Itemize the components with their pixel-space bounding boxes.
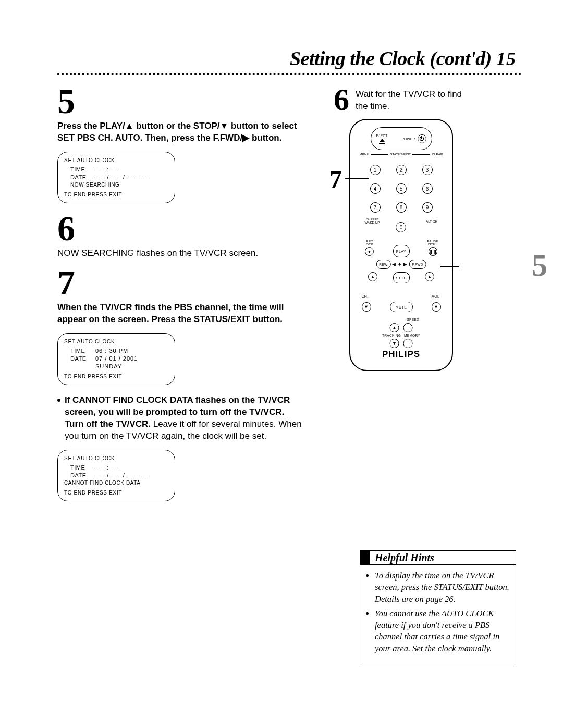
eject-bar-icon: [379, 143, 385, 144]
left-column: 5 Press the PLAY/▲ button or the STOP/▼ …: [57, 85, 318, 511]
step-6-text: NOW SEARCHING flashes on the TV/VCR scre…: [57, 248, 318, 260]
number-pad: 1 2 3 4 5 6 7 8 9: [368, 163, 435, 215]
step-6-right-number: 6: [334, 85, 349, 114]
remote-control-illustration: 7 5 EJECT POWER ⏻: [349, 119, 521, 371]
helpful-hints-header: Helpful Hints: [360, 550, 516, 564]
clear-label: CLEAR: [432, 153, 443, 156]
menu-status-clear-row: MENU STATUS/EXIT CLEAR: [360, 153, 443, 156]
bullet-icon: [57, 399, 60, 402]
osd-c-time-lbl: TIME: [70, 464, 95, 471]
osd-c-footer: TO END PRESS EXIT: [64, 490, 168, 496]
tracking-cluster: SPEED ▲ TRACKING MEMORY ▼: [382, 318, 420, 348]
side-up-left-button[interactable]: ▲: [368, 272, 377, 281]
step5-frag-c: button to select: [228, 121, 297, 131]
osd-screen-cannot-find: SET AUTO CLOCK TIME– – : – – DATE– – / –…: [57, 450, 175, 501]
helpful-hints-box: Helpful Hints To display the time on the…: [360, 550, 516, 665]
play-right-icon: ▶: [242, 132, 249, 144]
osd-b-header: SET AUTO CLOCK: [64, 339, 168, 344]
step-7-number: 7: [57, 267, 318, 299]
osd-a-header: SET AUTO CLOCK: [64, 157, 168, 163]
statusexit-label: STATUS/EXIT: [390, 153, 411, 156]
eject-label: EJECT: [376, 134, 388, 138]
page-title: Setting the Clock (cont'd) 15: [57, 47, 516, 70]
key-8[interactable]: 8: [396, 202, 407, 213]
osd-c-time-val: – – : – –: [95, 464, 121, 471]
osd-c-header: SET AUTO CLOCK: [64, 455, 168, 461]
side-up-right-button[interactable]: ▲: [425, 272, 434, 281]
stop-button[interactable]: STOP: [393, 272, 410, 283]
tracking-label: TRACKING: [382, 334, 401, 337]
ch-down-button[interactable]: ▼: [362, 302, 371, 312]
vol-down-button[interactable]: ▼: [432, 302, 441, 312]
speed-label: SPEED: [407, 318, 419, 322]
power-label: POWER: [401, 137, 415, 141]
menu-label: MENU: [360, 153, 369, 156]
cannot-find-plain1: Leave it off for several minutes. When: [151, 419, 302, 429]
tracking-up-button[interactable]: ▲: [390, 323, 399, 332]
step5-frag-e: button.: [249, 133, 282, 143]
osd-b-footer: TO END PRESS EXIT: [64, 374, 168, 379]
osd-screen-found: SET AUTO CLOCK TIME06 : 30 PM DATE07 / 0…: [57, 333, 175, 385]
cannot-find-plain2: you turn on the TV/VCR again, the clock …: [65, 431, 266, 441]
mute-button[interactable]: MUTE: [390, 302, 413, 312]
page-title-text: Setting the Clock (cont'd): [290, 47, 492, 69]
osd-b-time-val: 06 : 30 PM: [95, 348, 128, 354]
step-5-text: Press the PLAY/▲ button or the STOP/▼ bu…: [57, 120, 318, 144]
left-arrow-icon: ◀: [391, 262, 396, 267]
osd-c-date-lbl: DATE: [70, 472, 95, 478]
rec-label: REC OTR: [363, 240, 376, 246]
memory-button[interactable]: [403, 339, 413, 348]
page-number: 15: [496, 48, 516, 69]
eject-icon: [380, 139, 385, 142]
osd-a-time-lbl: TIME: [70, 166, 95, 172]
key-4[interactable]: 4: [370, 183, 381, 194]
key-3[interactable]: 3: [422, 165, 433, 175]
cannot-find-bold1: If CANNOT FIND CLOCK DATA flashes on the…: [65, 395, 290, 405]
osd-a-status: NOW SEARCHING: [70, 182, 168, 188]
pause-button[interactable]: ❚❚: [429, 247, 437, 256]
osd-a-time-val: – – : – –: [95, 166, 121, 172]
callout-line-7: [345, 178, 369, 179]
center-dot-icon: ✦: [397, 261, 402, 268]
key-0[interactable]: 0: [396, 222, 406, 232]
rec-button[interactable]: ●: [365, 247, 374, 256]
key-7[interactable]: 7: [370, 202, 381, 213]
row-line-2: [412, 154, 430, 155]
key-9[interactable]: 9: [422, 202, 433, 213]
step7-frag-b: appear on the screen. Press the STATUS/E…: [57, 314, 283, 324]
divider: [57, 73, 521, 75]
step5-frag-a: Press the PLAY/: [57, 121, 125, 131]
helpful-hints-title: Helpful Hints: [375, 552, 434, 564]
step5-frag-d: SET PBS CH. AUTO. Then, press the F.FWD/: [57, 133, 242, 143]
key-1[interactable]: 1: [370, 165, 381, 175]
osd-screen-searching: SET AUTO CLOCK TIME– – : – – DATE– – / –…: [57, 152, 175, 203]
key-2[interactable]: 2: [396, 165, 407, 175]
right-arrow-icon: ▶: [403, 262, 408, 267]
osd-a-date-val: – – / – – / – – – –: [95, 174, 149, 180]
down-triangle-icon: ▼: [220, 120, 229, 132]
key-6[interactable]: 6: [422, 183, 433, 194]
osd-c-status: CANNOT FIND CLOCK DATA: [64, 480, 168, 486]
cannot-find-bold3: Turn off the TV/VCR.: [65, 419, 151, 429]
ffwd-button[interactable]: F.FWD: [409, 260, 426, 269]
step-5-number: 5: [57, 85, 318, 117]
key-5[interactable]: 5: [396, 183, 407, 194]
speed-button[interactable]: [403, 323, 413, 332]
remote-top-pod: EJECT POWER ⏻: [371, 127, 432, 150]
osd-a-footer: TO END PRESS EXIT: [64, 192, 168, 198]
row-line-1: [371, 154, 388, 155]
step6r-frag-a: Wait for the TV/VCR to find: [356, 89, 462, 99]
right-column: 6 Wait for the TV/VCR to find the time. …: [318, 85, 521, 371]
hint-2: You cannot use the AUTO CLOCK feature if…: [375, 608, 509, 655]
brand-logo: PHILIPS: [350, 349, 452, 360]
power-button[interactable]: ⏻: [418, 134, 426, 143]
vol-label: VOL.: [432, 294, 440, 298]
play-button[interactable]: PLAY: [393, 245, 410, 257]
up-triangle-icon: ▲: [125, 120, 134, 132]
osd-c-date-val: – – / – – / – – – –: [95, 472, 149, 478]
step7-frag-a: When the TV/VCR finds the PBS channel, t…: [57, 302, 284, 312]
step5-frag-b: button or the STOP/: [134, 121, 220, 131]
tracking-down-button[interactable]: ▼: [390, 339, 399, 348]
osd-b-date-lbl: DATE: [70, 355, 95, 362]
rew-button[interactable]: REW: [376, 260, 390, 269]
